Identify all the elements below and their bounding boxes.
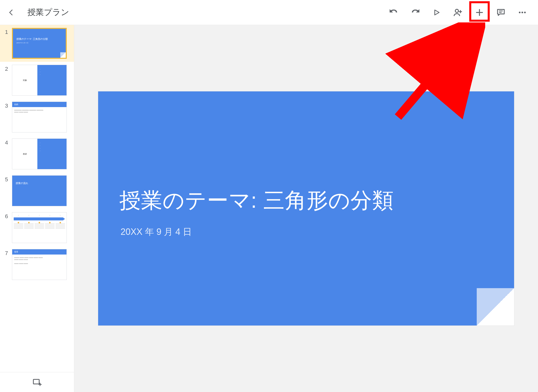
svg-point-2 — [522, 11, 523, 13]
slide-date-text[interactable]: 20XX 年 9 月 4 日 — [121, 226, 192, 238]
new-slide-button[interactable] — [0, 372, 74, 392]
thumbnail-slide-6[interactable]: 6 ---------- — [0, 209, 74, 246]
page-fold-decoration — [477, 288, 514, 326]
main-slide[interactable]: 授業のテーマ: 三角形の分類 20XX 年 9 月 4 日 — [98, 91, 514, 326]
comment-button[interactable] — [490, 4, 512, 21]
comment-icon — [496, 8, 505, 17]
thumb-title-text: 授業のテーマ: 三角形の分類 — [16, 37, 48, 41]
svg-point-1 — [519, 11, 521, 13]
thumbnail-preview: 教材 ・ ・ ・ ・ — [12, 138, 67, 169]
plus-icon — [475, 8, 484, 17]
thumbnail-preview: 授業のテーマ: 三角形の分類 20XX 年 9 月 4 日 — [12, 28, 67, 59]
redo-icon — [410, 7, 420, 17]
thumb-head-text: 背景 — [12, 249, 67, 255]
more-button[interactable] — [512, 4, 533, 21]
thumbnail-slide-3[interactable]: 3 目的 xxxxxxxxxxxx xxxxxxxxxxx xxxxxxxxxx… — [0, 99, 74, 135]
thumbnail-preview: ---------- — [12, 212, 67, 243]
thumbnail-slide-4[interactable]: 4 教材 ・ ・ ・ ・ — [0, 135, 74, 172]
thumbnail-preview: 対象 ・ ・ ・ — [12, 65, 67, 96]
body: 1 授業のテーマ: 三角形の分類 20XX 年 9 月 4 日 2 対象 — [0, 25, 538, 392]
undo-button[interactable] — [383, 4, 404, 21]
thumbnail-number: 4 — [5, 138, 12, 146]
app-root: 授業プラン — [0, 0, 538, 392]
slide-title-text[interactable]: 授業のテーマ: 三角形の分類 — [119, 186, 394, 215]
thumb-body-text: xxxxxxxx xxxxxxx xxxxxxx xxxxxxx xxxxxxx… — [12, 255, 67, 266]
document-title[interactable]: 授業プラン — [27, 7, 69, 18]
present-button[interactable] — [426, 4, 447, 21]
play-icon — [433, 9, 440, 16]
more-icon — [518, 8, 527, 17]
thumb-left-text: 対象 — [12, 65, 37, 95]
slide-thumbnails-panel: 1 授業のテーマ: 三角形の分類 20XX 年 9 月 4 日 2 対象 — [0, 25, 74, 392]
undo-icon — [389, 7, 399, 17]
thumbnail-slide-7[interactable]: 7 背景 xxxxxxxx xxxxxxx xxxxxxx xxxxxxx xx… — [0, 246, 74, 283]
thumbnail-number: 6 — [5, 212, 12, 220]
thumbnail-slide-5[interactable]: 5 授業の流れ — [0, 172, 74, 209]
new-slide-icon — [32, 377, 42, 387]
thumbnail-number: 7 — [5, 249, 12, 257]
thumb-left-text: 教材 — [12, 139, 37, 169]
thumbnail-preview: 背景 xxxxxxxx xxxxxxx xxxxxxx xxxxxxx xxxx… — [12, 249, 67, 280]
thumbnails-scroll[interactable]: 1 授業のテーマ: 三角形の分類 20XX 年 9 月 4 日 2 対象 — [0, 25, 74, 372]
thumb-sub-text: 20XX 年 9 月 4 日 — [16, 42, 28, 44]
svg-point-0 — [455, 9, 459, 12]
header-toolbar: 授業プラン — [0, 0, 538, 25]
thumb-right-text: ・ ・ ・ ・ — [37, 139, 67, 169]
back-icon — [7, 9, 15, 16]
add-button[interactable] — [469, 4, 490, 21]
redo-button[interactable] — [404, 4, 426, 21]
thumbnail-number: 1 — [5, 28, 12, 35]
thumb-title-text: 授業の流れ — [16, 182, 28, 185]
thumbnail-preview: 授業の流れ — [12, 175, 67, 206]
thumbnail-number: 5 — [5, 175, 12, 183]
thumbnail-slide-2[interactable]: 2 対象 ・ ・ ・ — [0, 62, 74, 99]
canvas-area[interactable]: 授業のテーマ: 三角形の分類 20XX 年 9 月 4 日 — [74, 25, 538, 392]
thumbnail-slide-1[interactable]: 1 授業のテーマ: 三角形の分類 20XX 年 9 月 4 日 — [0, 25, 74, 62]
thumb-head-text: 目的 — [12, 102, 67, 107]
svg-rect-4 — [33, 379, 39, 384]
share-button[interactable] — [447, 4, 469, 21]
thumbnail-preview: 目的 xxxxxxxxxxxx xxxxxxxxxxx xxxxxxxxxxx … — [12, 102, 67, 132]
thumbnail-number: 2 — [5, 65, 12, 72]
thumbnail-number: 3 — [5, 102, 12, 109]
thumb-right-text: ・ ・ ・ — [37, 65, 67, 95]
share-person-icon — [453, 8, 463, 17]
thumb-body-text: xxxxxxxxxxxx xxxxxxxxxxx xxxxxxxxxxx xxx… — [12, 107, 67, 115]
back-button[interactable] — [2, 4, 20, 21]
svg-point-3 — [524, 11, 526, 13]
